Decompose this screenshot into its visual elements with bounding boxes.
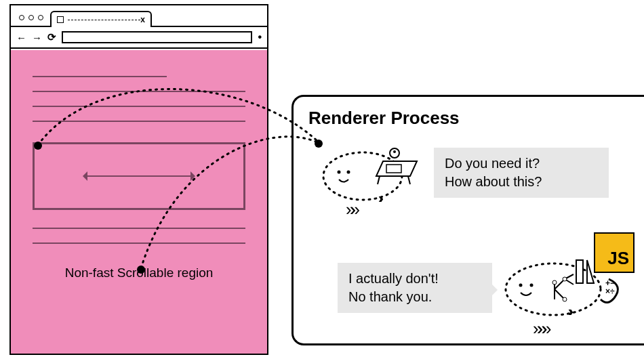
svg-text:×÷: ×÷ xyxy=(605,287,615,296)
speech-line: No thank you. xyxy=(348,288,481,306)
svg-point-1 xyxy=(338,171,341,174)
speech-line: How about this? xyxy=(445,173,598,191)
connector-endpoint xyxy=(315,140,323,148)
svg-point-15 xyxy=(563,297,567,301)
speech-line: I actually don't! xyxy=(348,270,481,288)
text-line xyxy=(33,76,167,77)
text-line xyxy=(33,228,245,229)
svg-line-4 xyxy=(408,176,410,184)
browser-window: x ← → ⟳ • Non-fast Scrollable region xyxy=(9,4,268,355)
connector-endpoint xyxy=(137,266,145,274)
compositor-speech: Do you need it? How about this? xyxy=(434,148,609,198)
connector-endpoint xyxy=(34,142,42,150)
svg-line-3 xyxy=(378,176,380,184)
text-line xyxy=(33,91,245,92)
text-line xyxy=(33,106,245,107)
forward-icon: → xyxy=(32,32,42,43)
svg-text:›››: ››› xyxy=(568,303,573,318)
svg-text:»»: »» xyxy=(346,199,359,219)
svg-text:»»»: »»» xyxy=(533,318,551,339)
address-bar xyxy=(62,31,252,43)
tab-bar: x xyxy=(11,5,267,27)
renderer-title: Renderer Process xyxy=(308,108,637,129)
speech-tail xyxy=(491,283,504,297)
svg-point-11 xyxy=(519,284,523,287)
scrollable-sub-region xyxy=(33,142,245,210)
tab-close-icon: x xyxy=(140,15,145,24)
main-speech: I actually don't! No thank you. xyxy=(338,263,492,313)
js-badge-icon: JS xyxy=(594,232,635,273)
window-dots xyxy=(16,15,47,26)
favicon-icon xyxy=(57,16,64,23)
svg-point-7 xyxy=(393,150,396,153)
svg-point-2 xyxy=(347,171,350,174)
svg-point-13 xyxy=(552,280,557,284)
nav-bar: ← → ⟳ • xyxy=(11,27,267,49)
reload-icon: ⟳ xyxy=(47,31,56,43)
tab-title-stub xyxy=(68,20,140,20)
svg-rect-16 xyxy=(576,260,583,283)
page-viewport: Non-fast Scrollable region xyxy=(11,50,267,354)
compositor-thread-icon: ››› »» xyxy=(319,142,434,219)
js-label: JS xyxy=(607,248,629,269)
svg-point-14 xyxy=(563,277,567,281)
text-line xyxy=(33,121,245,122)
speech-line: Do you need it? xyxy=(445,154,598,173)
text-line xyxy=(33,242,245,244)
svg-point-12 xyxy=(530,284,534,287)
browser-tab: x xyxy=(50,11,152,27)
back-icon: ← xyxy=(16,32,26,43)
svg-rect-5 xyxy=(386,165,401,173)
horizontal-scroll-arrow-icon xyxy=(85,175,193,177)
menu-dot-icon: • xyxy=(258,31,262,43)
